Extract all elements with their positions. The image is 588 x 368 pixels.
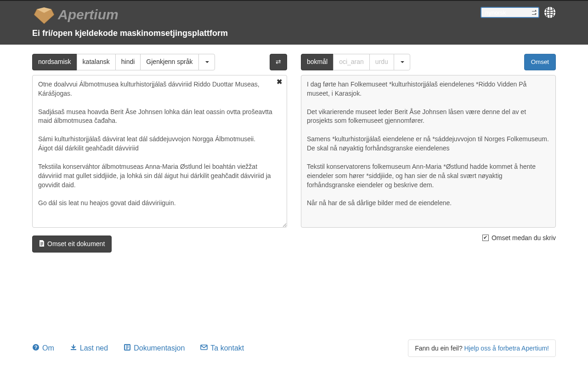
source-column: nordsamisk katalansk hindi Gjenkjenn spr…	[32, 54, 287, 253]
clear-source-button[interactable]: ✖	[277, 78, 283, 86]
globe-icon[interactable]	[544, 6, 556, 18]
target-lang-group: bokmål oci_aran urdu	[301, 54, 410, 70]
ui-language-value: nynorsk	[485, 9, 506, 16]
checkbox-icon: ✔	[482, 235, 489, 241]
swap-languages-button[interactable]: ⇄	[270, 54, 287, 70]
detect-language-button[interactable]: Gjenkjenn språk	[140, 54, 198, 70]
instant-translate-toggle[interactable]: ✔ Omset medan du skriv	[482, 234, 556, 242]
source-textarea[interactable]	[32, 75, 287, 228]
caret-down-icon	[401, 61, 404, 63]
source-lang-katalansk[interactable]: katalansk	[77, 54, 116, 70]
instant-translate-label: Omset medan du skriv	[492, 234, 556, 242]
translate-button[interactable]: Omset	[524, 54, 556, 70]
source-lang-dropdown[interactable]	[198, 54, 215, 70]
brand: Apertium Ei fri/open kjeldekode maskinom…	[32, 5, 228, 38]
source-lang-group: nordsamisk katalansk hindi Gjenkjenn spr…	[32, 54, 215, 70]
subtitle: Ei fri/open kjeldekode maskinomsetjingsp…	[32, 29, 228, 38]
select-arrows-icon: ▴▾	[535, 9, 537, 16]
swap-icon: ⇄	[276, 58, 281, 67]
translate-document-label: Omset eit dokument	[47, 240, 105, 247]
source-lang-nordsamisk[interactable]: nordsamisk	[32, 54, 77, 70]
logo-icon	[32, 5, 56, 25]
target-lang-urdu[interactable]: urdu	[369, 54, 394, 70]
document-icon	[39, 240, 45, 248]
logo-title: Apertium	[58, 8, 119, 22]
target-lang-oci-aran[interactable]: oci_aran	[333, 54, 370, 70]
target-column: bokmål oci_aran urdu Omset I dag førte h…	[301, 54, 556, 253]
translate-document-button[interactable]: Omset eit dokument	[32, 236, 112, 253]
source-lang-hindi[interactable]: hindi	[115, 54, 141, 70]
ui-language-select[interactable]: nynorsk ▴▾	[481, 7, 539, 18]
caret-down-icon	[205, 61, 209, 63]
target-lang-bokmal[interactable]: bokmål	[301, 54, 334, 70]
navbar: Apertium Ei fri/open kjeldekode maskinom…	[0, 0, 588, 45]
target-output: I dag førte han Folkemuseet *kulturhisto…	[301, 75, 556, 228]
target-lang-dropdown[interactable]	[394, 54, 410, 70]
